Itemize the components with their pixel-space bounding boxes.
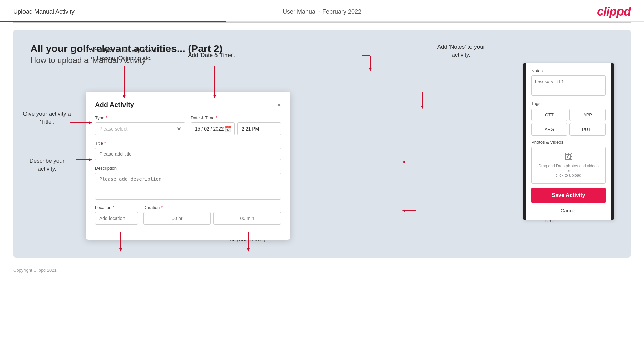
- header-divider: [13, 22, 631, 23]
- modal-header: Add Activity ×: [95, 101, 281, 109]
- description-textarea[interactable]: [95, 173, 281, 200]
- svg-marker-23: [402, 209, 405, 212]
- calendar-icon: 📅: [225, 126, 231, 132]
- callout-notes: Add 'Notes' to youractivity.: [424, 43, 498, 59]
- svg-marker-18: [421, 106, 424, 109]
- tag-ott[interactable]: OTT: [531, 109, 567, 121]
- tag-app[interactable]: APP: [569, 109, 606, 121]
- type-select[interactable]: Please select: [95, 122, 185, 135]
- form-group-description: Description: [95, 166, 281, 200]
- tags-grid: OTT APP ARG PUTT: [531, 109, 606, 136]
- callout-describe: Describe youractivity.: [17, 157, 77, 173]
- form-row-type-datetime: Type Please select Date & Time 📅: [95, 115, 281, 135]
- callout-date-time: Add 'Date & Time'.: [178, 51, 245, 59]
- svg-marker-16: [369, 68, 372, 71]
- svg-marker-10: [119, 248, 122, 252]
- form-group-datetime: Date & Time 📅: [191, 115, 281, 135]
- callout-activity-type: What type of activity was it?Lesson, Chi…: [81, 46, 168, 62]
- notes-label: Notes: [531, 68, 606, 73]
- duration-hr-input[interactable]: [143, 212, 211, 225]
- tags-label: Tags: [531, 101, 606, 106]
- svg-marker-13: [247, 248, 250, 252]
- add-activity-modal: Add Activity × Type Please select Date &…: [86, 92, 290, 240]
- page-title: Upload Manual Activity: [13, 8, 75, 15]
- photos-label: Photos & Videos: [531, 140, 606, 145]
- manual-title: User Manual - February 2022: [283, 8, 361, 15]
- duration-min-input[interactable]: [213, 212, 281, 225]
- modal-title: Add Activity: [95, 101, 134, 109]
- duration-label: Duration: [143, 205, 281, 210]
- svg-marker-20: [402, 161, 405, 163]
- main-content: All your golf-relevant activities... (Pa…: [13, 30, 631, 258]
- top-bar: Upload Manual Activity User Manual - Feb…: [0, 0, 644, 22]
- upload-text: Drag and Drop photos and videos orclick …: [537, 164, 600, 178]
- photo-upload-area[interactable]: 🖼 Drag and Drop photos and videos orclic…: [531, 147, 606, 184]
- form-group-title: Title: [95, 141, 281, 160]
- logo: clippd: [597, 5, 631, 19]
- form-group-type: Type Please select: [95, 115, 185, 135]
- form-row-location-duration: Location Duration: [95, 205, 281, 225]
- duration-group: [143, 212, 281, 225]
- tag-putt[interactable]: PUTT: [569, 123, 606, 136]
- callout-title: Give your activity a'Title'.: [20, 110, 74, 126]
- location-label: Location: [95, 205, 138, 210]
- location-input[interactable]: [95, 212, 138, 225]
- footer: Copyright Clippd 2021: [0, 264, 644, 276]
- title-input[interactable]: [95, 148, 281, 160]
- form-group-duration: Duration: [143, 205, 281, 225]
- photo-icon: 🖼: [537, 152, 600, 162]
- phone-panel: Notes Tags OTT APP ARG PUTT Photos & Vid…: [523, 63, 614, 220]
- save-activity-button[interactable]: Save Activity: [531, 188, 606, 203]
- type-label: Type: [95, 115, 185, 120]
- form-group-location: Location: [95, 205, 138, 225]
- notes-textarea[interactable]: [531, 75, 606, 96]
- cancel-button[interactable]: Cancel: [531, 206, 606, 215]
- time-input[interactable]: [237, 122, 281, 135]
- title-label: Title: [95, 141, 281, 146]
- date-time-group: 📅: [191, 122, 281, 135]
- modal-close-button[interactable]: ×: [277, 102, 281, 108]
- description-label: Description: [95, 166, 281, 171]
- datetime-label: Date & Time: [191, 115, 281, 120]
- date-input-wrapper: 📅: [191, 122, 235, 135]
- copyright-text: Copyright Clippd 2021: [13, 268, 57, 273]
- tag-arg[interactable]: ARG: [531, 123, 567, 136]
